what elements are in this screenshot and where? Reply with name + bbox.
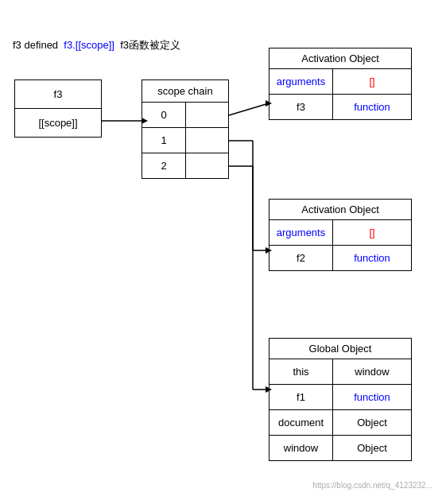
go-key-0: this	[269, 359, 333, 384]
scope-chain-header: scope chain	[142, 80, 228, 103]
ao1-key-0: arguments	[269, 69, 333, 94]
ao1-val-0: []	[333, 69, 411, 94]
ao2-header: Activation Object	[269, 200, 411, 220]
activation-object-1: Activation Object arguments [] f3 functi…	[269, 48, 412, 120]
sc-val-1	[186, 128, 228, 153]
scope-chain-row-1: 1	[142, 128, 228, 153]
go-val-2: Object	[333, 410, 411, 435]
go-row-0: this window	[269, 359, 411, 385]
sc-index-1: 1	[142, 128, 186, 153]
ao1-header: Activation Object	[269, 48, 411, 69]
title-chinese: f3函数被定义	[120, 39, 180, 51]
ao2-row-0: arguments []	[269, 220, 411, 246]
sc-index-2: 2	[142, 153, 186, 178]
go-key-1: f1	[269, 385, 333, 409]
ao2-val-0: []	[333, 220, 411, 245]
scope-chain-row-2: 2	[142, 153, 228, 178]
go-val-3: Object	[333, 436, 411, 460]
ao2-key-1: f2	[269, 246, 333, 270]
go-row-3: window Object	[269, 436, 411, 460]
ao1-row-0: arguments []	[269, 69, 411, 95]
go-val-0: window	[333, 359, 411, 384]
ao1-row-1: f3 function	[269, 95, 411, 119]
go-row-2: document Object	[269, 410, 411, 436]
svg-line-2	[229, 103, 269, 115]
go-header: Global Object	[269, 339, 411, 359]
f3-box: f3 [[scope]]	[14, 79, 102, 138]
f3-label: f3	[15, 80, 101, 109]
ao2-row-1: f2 function	[269, 246, 411, 270]
title-blue: f3.[[scope]]	[64, 39, 114, 51]
scope-chain-row-0: 0	[142, 103, 228, 128]
diagram: f3 defined f3.[[scope]] f3函数被定义 f3 [[sco…	[6, 32, 436, 493]
ao2-val-1: function	[333, 246, 411, 270]
sc-val-0	[186, 103, 228, 127]
page-title: f3 defined f3.[[scope]] f3函数被定义	[13, 38, 180, 52]
go-key-3: window	[269, 436, 333, 460]
go-row-1: f1 function	[269, 385, 411, 410]
ao2-key-0: arguments	[269, 220, 333, 245]
go-key-2: document	[269, 410, 333, 435]
global-object: Global Object this window f1 function do…	[269, 338, 412, 461]
watermark: https://blog.csdn.net/q_4123232...	[312, 481, 432, 490]
sc-index-0: 0	[142, 103, 186, 127]
go-val-1: function	[333, 385, 411, 409]
scope-chain-box: scope chain 0 1 2	[142, 79, 229, 179]
activation-object-2: Activation Object arguments [] f2 functi…	[269, 199, 412, 271]
sc-val-2	[186, 153, 228, 178]
f3-scope-label: [[scope]]	[15, 109, 101, 137]
ao1-val-1: function	[333, 95, 411, 119]
ao1-key-1: f3	[269, 95, 333, 119]
